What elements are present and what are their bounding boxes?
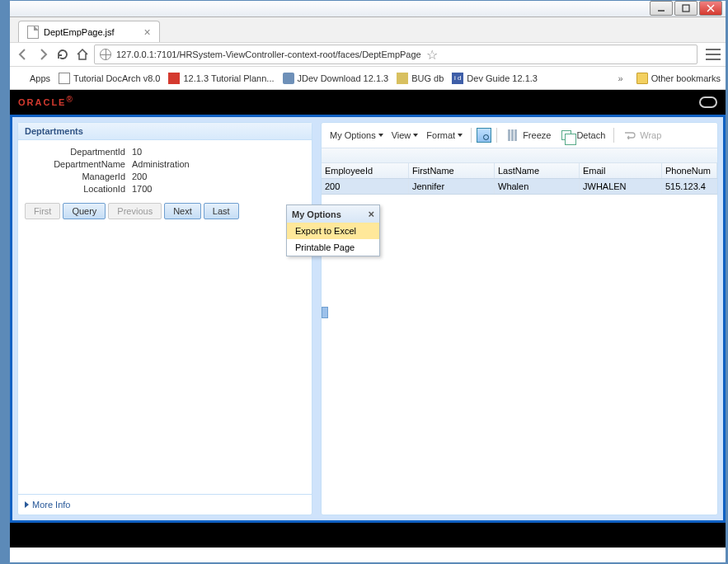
panel-header: Deptartments: [18, 123, 312, 140]
export-to-excel-item[interactable]: Export to Excel: [287, 223, 379, 239]
my-options-popup: My Options × Export to Excel Printable P…: [286, 204, 380, 256]
tab-title: DeptEmpPage.jsf: [44, 27, 115, 37]
departments-panel: Deptartments DepartmentId10 DepartmentNa…: [17, 122, 312, 515]
column-header[interactable]: Email: [580, 163, 662, 178]
cell: Whalen: [495, 179, 580, 194]
os-titlebar: [10, 1, 726, 17]
brand-logo: ORACLE: [18, 97, 66, 107]
home-button[interactable]: [74, 46, 91, 63]
first-button[interactable]: First: [25, 203, 60, 219]
query-by-example-button[interactable]: [477, 128, 491, 143]
field-label: LocationId: [28, 184, 125, 194]
bookmark-item[interactable]: JDev Download 12.1.3: [283, 73, 389, 84]
svg-rect-1: [683, 5, 689, 12]
more-info-disclosure[interactable]: More Info: [18, 494, 312, 515]
department-form: DepartmentId10 DepartmentNameAdministrat…: [18, 140, 312, 200]
button-label: Wrap: [640, 130, 661, 140]
table-row[interactable]: 200 Jennifer Whalen JWHALEN 515.123.4: [322, 179, 717, 195]
menu-label: My Options: [330, 130, 376, 140]
qbe-icon: [477, 128, 491, 143]
bookmarks-bar: Apps Tutorial DocArch v8.0 12.1.3 Tutori…: [10, 67, 726, 90]
page-footer: [10, 523, 726, 548]
field-value: 200: [132, 172, 147, 181]
wrap-button[interactable]: Wrap: [619, 126, 665, 144]
employees-table-panel: My Options View Format Freeze Detach Wra…: [321, 122, 718, 515]
bookmark-item[interactable]: 12.1.3 Tutorial Plann...: [168, 73, 274, 84]
column-header[interactable]: LastName: [495, 163, 580, 178]
next-button[interactable]: Next: [164, 203, 201, 219]
detach-icon: [561, 130, 571, 140]
splitter-handle[interactable]: [322, 307, 328, 318]
column-header[interactable]: EmployeeId: [322, 163, 409, 178]
tabstrip: DeptEmpPage.jsf ×: [10, 17, 726, 42]
cell: Jennifer: [409, 179, 495, 194]
address-bar[interactable]: 127.0.0.1:7101/HRSystem-ViewController-c…: [94, 45, 697, 64]
field-value: Administration: [132, 159, 190, 169]
more-info-label: More Info: [32, 500, 70, 510]
popup-title-bar: My Options ×: [287, 205, 379, 223]
menu-label: Format: [426, 130, 455, 140]
oracle-brand-bar: ORACLE®: [10, 90, 726, 115]
freeze-icon: [508, 129, 518, 141]
forward-button[interactable]: [35, 46, 51, 63]
maximize-button[interactable]: [674, 1, 697, 16]
apps-shortcut[interactable]: Apps: [15, 73, 50, 84]
table-header-row: EmployeeId FirstName LastName Email Phon…: [322, 163, 717, 179]
bookmark-label: Other bookmarks: [651, 73, 721, 83]
chrome-menu-button[interactable]: [706, 49, 721, 60]
status-indicator-icon: [699, 96, 717, 108]
minimize-button[interactable]: [650, 1, 673, 16]
url-text: 127.0.0.1:7101/HRSystem-ViewController-c…: [116, 49, 421, 59]
field-label: DepartmentId: [28, 147, 125, 157]
tab-close-icon[interactable]: ×: [144, 26, 151, 39]
browser-window: DeptEmpPage.jsf × 127.0.0.1:7101/HRSyste…: [9, 0, 726, 563]
employees-table: EmployeeId FirstName LastName Email Phon…: [322, 148, 717, 515]
bookmark-item[interactable]: BUG db: [397, 73, 444, 84]
table-toolbar: My Options View Format Freeze Detach Wra…: [322, 123, 717, 148]
popup-title: My Options: [292, 209, 341, 219]
back-button[interactable]: [15, 46, 31, 63]
menu-label: View: [392, 130, 411, 140]
dropdown-icon: [458, 134, 463, 137]
column-header[interactable]: FirstName: [409, 163, 495, 178]
bookmark-label: BUG db: [411, 73, 444, 83]
column-header[interactable]: PhoneNum: [662, 163, 717, 178]
bookmark-label: 12.1.3 Tutorial Plann...: [183, 73, 274, 83]
reload-button[interactable]: [54, 46, 71, 63]
view-menu[interactable]: View: [388, 129, 422, 142]
wrap-icon: [622, 128, 637, 143]
field-label: DepartmentName: [28, 159, 125, 169]
previous-button[interactable]: Previous: [108, 203, 162, 219]
dropdown-icon: [378, 134, 383, 137]
field-value: 1700: [132, 184, 152, 194]
globe-icon: [100, 49, 111, 60]
bookmark-star-icon[interactable]: ☆: [426, 47, 438, 63]
query-button[interactable]: Query: [63, 203, 106, 219]
bookmark-label: JDev Download 12.1.3: [298, 73, 389, 83]
last-button[interactable]: Last: [204, 203, 239, 219]
cell: 200: [322, 179, 409, 194]
other-bookmarks[interactable]: Other bookmarks: [636, 73, 721, 84]
dropdown-icon: [413, 134, 418, 137]
bookmark-label: Dev Guide 12.1.3: [467, 73, 538, 83]
disclosure-triangle-icon: [25, 501, 29, 508]
nav-toolbar: 127.0.0.1:7101/HRSystem-ViewController-c…: [10, 42, 726, 67]
cell: 515.123.4: [662, 179, 717, 194]
freeze-button[interactable]: Freeze: [502, 126, 554, 144]
bookmark-overflow-icon[interactable]: »: [618, 73, 623, 83]
field-value: 10: [132, 147, 142, 157]
my-options-menu[interactable]: My Options: [326, 129, 387, 142]
detach-button[interactable]: Detach: [556, 126, 608, 144]
nav-button-row: First Query Previous Next Last: [18, 200, 312, 226]
cell: JWHALEN: [580, 179, 662, 194]
popup-close-icon[interactable]: ×: [368, 208, 374, 220]
os-close-button[interactable]: [699, 1, 722, 16]
bookmark-item[interactable]: Tutorial DocArch v8.0: [59, 73, 160, 84]
browser-tab[interactable]: DeptEmpPage.jsf ×: [18, 21, 160, 42]
printable-page-item[interactable]: Printable Page: [287, 239, 379, 256]
page-body: Deptartments DepartmentId10 DepartmentNa…: [10, 115, 726, 523]
format-menu[interactable]: Format: [423, 129, 466, 142]
button-label: Freeze: [523, 130, 551, 140]
bookmark-label: Apps: [30, 73, 50, 83]
bookmark-item[interactable]: i dDev Guide 12.1.3: [452, 73, 538, 84]
